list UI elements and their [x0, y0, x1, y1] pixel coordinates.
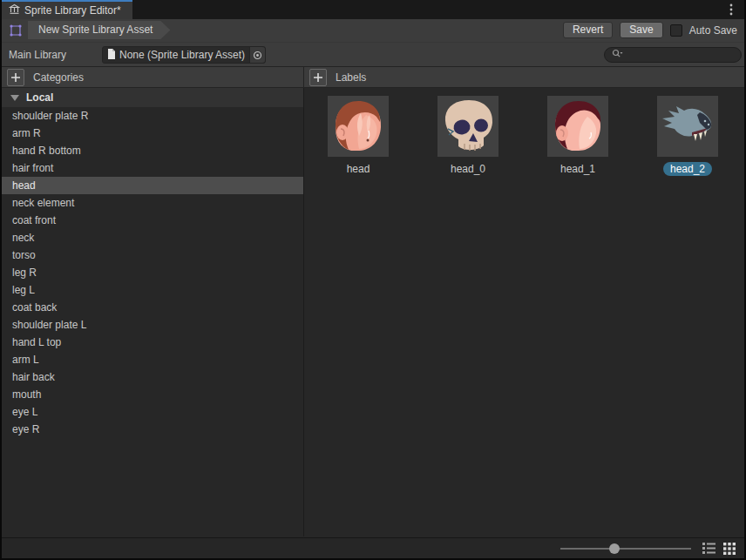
category-row[interactable]: coat back	[2, 299, 303, 316]
label-item: head_0	[437, 96, 498, 176]
category-row[interactable]: mouth	[2, 386, 303, 403]
label-name[interactable]: head_0	[444, 162, 492, 176]
search-field[interactable]	[604, 47, 742, 63]
category-row[interactable]: torso	[2, 246, 303, 264]
revert-button[interactable]: Revert	[563, 22, 613, 38]
category-row[interactable]: coat front	[2, 212, 303, 229]
auto-save-checkbox[interactable]	[670, 24, 682, 37]
labels-pane: headhead_0head_1head_2	[304, 88, 744, 536]
category-row[interactable]: hair back	[2, 368, 303, 386]
sprite-thumbnail-wolf-head[interactable]	[657, 96, 718, 157]
category-row[interactable]: eye R	[2, 421, 303, 438]
label-name[interactable]: head	[340, 162, 377, 176]
content-panes: Local shoulder plate Rarm Rhand R bottom…	[2, 88, 744, 536]
tab-sprite-library-editor[interactable]: Sprite Library Editor*	[2, 0, 132, 19]
main-library-row: Main Library None (Sprite Library Asset)	[2, 42, 744, 66]
kebab-menu-icon[interactable]	[725, 2, 737, 17]
sprite-thumbnail-skull[interactable]	[437, 96, 498, 157]
save-button[interactable]: Save	[620, 22, 662, 38]
footer-bar	[2, 537, 744, 558]
category-row[interactable]: hair front	[2, 159, 303, 177]
label-item: head	[328, 96, 389, 176]
auto-save-label: Auto Save	[689, 24, 737, 37]
main-library-label: Main Library	[9, 49, 66, 61]
category-row[interactable]: neck element	[2, 194, 303, 212]
tab-title: Sprite Library Editor*	[24, 4, 121, 17]
category-row[interactable]: leg R	[2, 264, 303, 281]
category-row[interactable]: shoulder plate R	[2, 107, 303, 125]
label-item: head_1	[547, 96, 608, 176]
slider-track[interactable]	[560, 548, 691, 550]
category-row[interactable]: hand R bottom	[2, 142, 303, 159]
foldout-triangle-icon	[10, 91, 19, 104]
sprite-thumbnail-head-maroon-profile[interactable]	[547, 96, 608, 157]
category-row[interactable]: arm L	[2, 351, 303, 368]
slider-knob[interactable]	[609, 543, 620, 554]
list-view-icon[interactable]	[702, 542, 715, 556]
breadcrumb-asset[interactable]: New Sprite Library Asset	[28, 21, 170, 39]
thumbnail-size-slider[interactable]	[560, 543, 691, 555]
label-grid: headhead_0head_1head_2	[328, 96, 744, 176]
main-library-object-field[interactable]: None (Sprite Library Asset)	[102, 46, 266, 64]
object-picker-icon[interactable]	[249, 47, 265, 63]
category-row[interactable]: hand L top	[2, 334, 303, 351]
grid-view-icon[interactable]	[722, 542, 736, 556]
sprite-library-asset-icon	[9, 24, 23, 40]
label-item: head_2	[657, 96, 718, 176]
panel-headers: Categories Labels	[2, 66, 744, 88]
category-list: shoulder plate Rarm Rhand R bottomhair f…	[2, 107, 303, 438]
tab-bar: Sprite Library Editor*	[0, 0, 746, 19]
category-row[interactable]: head	[2, 177, 303, 194]
sprite-thumbnail-head-auburn-profile[interactable]	[328, 96, 389, 157]
categories-title: Categories	[33, 71, 84, 84]
object-field-value: None (Sprite Library Asset)	[119, 49, 246, 61]
category-row[interactable]: shoulder plate L	[2, 316, 303, 334]
labels-title: Labels	[336, 71, 366, 84]
categories-pane: Local shoulder plate Rarm Rhand R bottom…	[2, 88, 304, 536]
add-category-button[interactable]	[7, 69, 24, 86]
labels-header: Labels	[304, 67, 744, 87]
sprite-library-editor-window: Sprite Library Editor* New Sprite Librar…	[0, 0, 746, 560]
category-row[interactable]: arm R	[2, 125, 303, 142]
local-foldout[interactable]: Local	[2, 88, 303, 107]
toolbar: New Sprite Library Asset Revert Save Aut…	[2, 19, 744, 42]
search-icon	[612, 49, 623, 61]
local-group-label: Local	[26, 91, 53, 104]
label-name[interactable]: head_2	[663, 162, 712, 176]
sprite-library-window-icon	[9, 3, 20, 17]
category-row[interactable]: leg L	[2, 281, 303, 299]
add-label-button[interactable]	[309, 69, 327, 86]
label-name[interactable]: head_1	[553, 162, 602, 176]
search-input[interactable]	[627, 49, 734, 61]
category-row[interactable]: neck	[2, 229, 303, 246]
categories-header: Categories	[2, 67, 304, 87]
category-row[interactable]: eye L	[2, 403, 303, 421]
object-field-file-icon	[107, 49, 116, 62]
